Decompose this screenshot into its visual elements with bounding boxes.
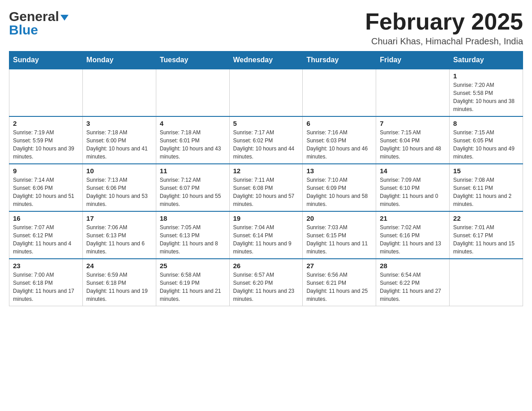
day-number: 4 [160,120,226,127]
day-info: Sunrise: 7:04 AM Sunset: 6:14 PM Dayligh… [233,223,299,256]
day-number: 12 [233,167,299,175]
day-info: Sunrise: 7:13 AM Sunset: 6:06 PM Dayligh… [86,176,152,208]
day-number: 19 [233,214,299,222]
calendar-cell: 20Sunrise: 7:03 AM Sunset: 6:15 PM Dayli… [303,211,376,259]
calendar-cell: 12Sunrise: 7:11 AM Sunset: 6:08 PM Dayli… [229,164,303,211]
calendar-cell: 1Sunrise: 7:20 AM Sunset: 5:58 PM Daylig… [450,69,523,116]
day-info: Sunrise: 7:20 AM Sunset: 5:58 PM Dayligh… [453,81,519,113]
day-info: Sunrise: 7:14 AM Sunset: 6:06 PM Dayligh… [13,176,79,208]
calendar-cell: 25Sunrise: 6:58 AM Sunset: 6:19 PM Dayli… [156,259,229,306]
col-thursday: Thursday [303,51,376,69]
calendar-week-row: 9Sunrise: 7:14 AM Sunset: 6:06 PM Daylig… [9,164,523,211]
col-monday: Monday [82,51,156,69]
day-number: 18 [160,214,226,222]
calendar-cell [156,69,229,116]
calendar-cell: 11Sunrise: 7:12 AM Sunset: 6:07 PM Dayli… [156,164,229,211]
day-number: 10 [86,167,152,175]
day-number: 23 [13,262,79,270]
logo-arrow-icon [60,15,69,21]
day-info: Sunrise: 7:01 AM Sunset: 6:17 PM Dayligh… [453,223,519,256]
calendar-cell: 17Sunrise: 7:06 AM Sunset: 6:13 PM Dayli… [82,211,156,259]
day-info: Sunrise: 6:57 AM Sunset: 6:20 PM Dayligh… [233,271,299,303]
col-wednesday: Wednesday [229,51,303,69]
day-info: Sunrise: 7:09 AM Sunset: 6:10 PM Dayligh… [380,176,446,208]
day-number: 3 [86,120,152,127]
calendar-cell: 24Sunrise: 6:59 AM Sunset: 6:18 PM Dayli… [82,259,156,306]
day-number: 14 [380,167,446,175]
month-title: February 2025 [365,9,523,34]
calendar-week-row: 1Sunrise: 7:20 AM Sunset: 5:58 PM Daylig… [9,69,523,116]
calendar-cell: 5Sunrise: 7:17 AM Sunset: 6:02 PM Daylig… [229,116,303,164]
day-info: Sunrise: 6:56 AM Sunset: 6:21 PM Dayligh… [306,271,372,303]
day-number: 28 [380,262,446,270]
day-number: 25 [160,262,226,270]
day-info: Sunrise: 7:19 AM Sunset: 5:59 PM Dayligh… [13,128,79,161]
calendar-cell: 14Sunrise: 7:09 AM Sunset: 6:10 PM Dayli… [376,164,450,211]
day-info: Sunrise: 7:03 AM Sunset: 6:15 PM Dayligh… [306,223,372,256]
logo: General Blue [9,9,69,38]
day-number: 7 [380,120,446,127]
page-header: General Blue February 2025 Chuari Khas, … [9,9,523,47]
day-info: Sunrise: 7:18 AM Sunset: 6:00 PM Dayligh… [86,128,152,161]
calendar-cell: 6Sunrise: 7:16 AM Sunset: 6:03 PM Daylig… [303,116,376,164]
day-info: Sunrise: 7:15 AM Sunset: 6:04 PM Dayligh… [380,128,446,161]
day-info: Sunrise: 6:54 AM Sunset: 6:22 PM Dayligh… [380,271,446,303]
col-sunday: Sunday [9,51,83,69]
calendar-week-row: 16Sunrise: 7:07 AM Sunset: 6:12 PM Dayli… [9,211,523,259]
calendar-cell: 3Sunrise: 7:18 AM Sunset: 6:00 PM Daylig… [82,116,156,164]
col-saturday: Saturday [450,51,523,69]
day-info: Sunrise: 7:15 AM Sunset: 6:05 PM Dayligh… [453,128,519,161]
day-number: 17 [86,214,152,222]
day-info: Sunrise: 7:07 AM Sunset: 6:12 PM Dayligh… [13,223,79,256]
day-number: 15 [453,167,519,175]
day-info: Sunrise: 7:17 AM Sunset: 6:02 PM Dayligh… [233,128,299,161]
day-number: 26 [233,262,299,270]
day-number: 6 [306,120,372,127]
calendar-header-row: Sunday Monday Tuesday Wednesday Thursday… [9,51,523,69]
day-number: 5 [233,120,299,127]
calendar-cell [450,259,523,306]
calendar-week-row: 23Sunrise: 7:00 AM Sunset: 6:18 PM Dayli… [9,259,523,306]
col-friday: Friday [376,51,450,69]
calendar-cell: 18Sunrise: 7:05 AM Sunset: 6:13 PM Dayli… [156,211,229,259]
calendar-cell: 8Sunrise: 7:15 AM Sunset: 6:05 PM Daylig… [450,116,523,164]
day-number: 8 [453,120,519,127]
day-info: Sunrise: 6:59 AM Sunset: 6:18 PM Dayligh… [86,271,152,303]
calendar-cell: 27Sunrise: 6:56 AM Sunset: 6:21 PM Dayli… [303,259,376,306]
calendar-cell: 10Sunrise: 7:13 AM Sunset: 6:06 PM Dayli… [82,164,156,211]
day-number: 9 [13,167,79,175]
calendar-cell [82,69,156,116]
day-number: 21 [380,214,446,222]
calendar-cell [376,69,450,116]
calendar-cell: 19Sunrise: 7:04 AM Sunset: 6:14 PM Dayli… [229,211,303,259]
day-info: Sunrise: 7:12 AM Sunset: 6:07 PM Dayligh… [160,176,226,208]
calendar-cell: 16Sunrise: 7:07 AM Sunset: 6:12 PM Dayli… [9,211,83,259]
day-info: Sunrise: 7:16 AM Sunset: 6:03 PM Dayligh… [306,128,372,161]
logo-blue-text: Blue [9,22,38,38]
logo-general-row: General [9,9,69,24]
location-title: Chuari Khas, Himachal Pradesh, India [365,36,523,47]
day-number: 24 [86,262,152,270]
day-number: 27 [306,262,372,270]
day-number: 13 [306,167,372,175]
calendar-cell [9,69,83,116]
day-info: Sunrise: 6:58 AM Sunset: 6:19 PM Dayligh… [160,271,226,303]
day-info: Sunrise: 7:02 AM Sunset: 6:16 PM Dayligh… [380,223,446,256]
day-info: Sunrise: 7:10 AM Sunset: 6:09 PM Dayligh… [306,176,372,208]
day-number: 11 [160,167,226,175]
day-number: 20 [306,214,372,222]
calendar-cell: 2Sunrise: 7:19 AM Sunset: 5:59 PM Daylig… [9,116,83,164]
calendar-cell: 9Sunrise: 7:14 AM Sunset: 6:06 PM Daylig… [9,164,83,211]
calendar-cell: 4Sunrise: 7:18 AM Sunset: 6:01 PM Daylig… [156,116,229,164]
title-block: February 2025 Chuari Khas, Himachal Prad… [365,9,523,47]
calendar-cell: 13Sunrise: 7:10 AM Sunset: 6:09 PM Dayli… [303,164,376,211]
calendar-cell: 22Sunrise: 7:01 AM Sunset: 6:17 PM Dayli… [450,211,523,259]
calendar-cell: 23Sunrise: 7:00 AM Sunset: 6:18 PM Dayli… [9,259,83,306]
day-info: Sunrise: 7:18 AM Sunset: 6:01 PM Dayligh… [160,128,226,161]
calendar-cell: 15Sunrise: 7:08 AM Sunset: 6:11 PM Dayli… [450,164,523,211]
day-number: 2 [13,120,79,127]
day-number: 16 [13,214,79,222]
calendar-cell [229,69,303,116]
calendar-cell [303,69,376,116]
day-number: 22 [453,214,519,222]
